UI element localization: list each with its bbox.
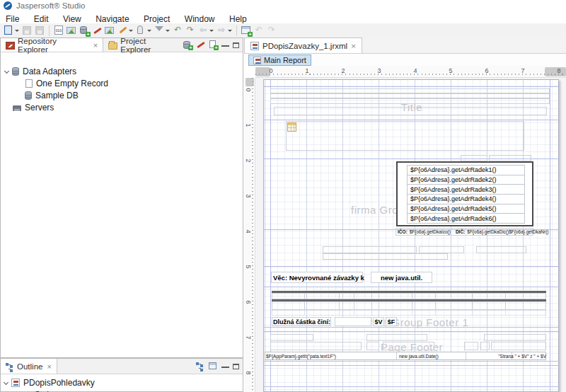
amount-variable-field[interactable]: $V [373,317,384,326]
report-element[interactable] [323,246,417,253]
address-line-field[interactable]: $P{o6Adresa}.getAdrRadek1() [407,165,525,175]
address-line-field[interactable]: $P{o6Adresa}.getAdrRadek6() [407,213,525,224]
tab-project-explorer[interactable]: Project Explorer [103,38,183,52]
report-element[interactable] [270,342,362,350]
ico-dic-row[interactable]: IČO: $F{o6a}.getDkaIco() DIČ: $F{o6a}.ge… [395,228,533,236]
report-element[interactable] [383,342,434,350]
filter-tool-icon[interactable] [154,25,165,36]
new-data-adapter-icon[interactable]: + [79,25,90,36]
report-element[interactable] [419,246,464,253]
report-element[interactable] [484,334,546,341]
tree-item-data-adapters[interactable]: Data Adapters [5,65,76,77]
tree-item-sample-db[interactable]: Sample DB [25,89,79,101]
vertical-ruler[interactable]: 0 1 2 3 4 5 6 7 8 [244,78,255,392]
ico-value-field[interactable]: $F{o6a}.getDkaIco() [410,229,451,234]
compile-report-icon[interactable] [117,25,128,36]
report-element[interactable] [270,334,313,341]
new-report-wizard-icon[interactable] [3,25,14,36]
close-tab-icon[interactable]: × [47,362,51,371]
tree-item-report-root[interactable]: PDopisPohledavky [4,376,95,388]
tree-item-servers[interactable]: Servers [13,101,54,113]
tab-repository-explorer[interactable]: Repository Explorer × [1,38,103,52]
footer-text-row[interactable]: $P{AppParam}.getIt("pata.text1F") new ja… [265,352,546,360]
maximize-panel-icon[interactable] [233,364,239,369]
dic-value-field[interactable]: $F{o6a}.getDkaDic() [467,229,509,234]
save-all-icon[interactable] [34,25,45,36]
refresh-forward-icon[interactable]: ↷ [266,25,277,36]
footer-date-field[interactable]: new java.util.Date() [399,354,439,359]
tab-main-report[interactable]: Main Report [248,54,311,66]
address-line-field[interactable]: $P{o6Adresa}.getAdrRadek5() [407,204,525,214]
subject-value-field[interactable]: new java.util. [371,272,432,283]
chevron-down-icon[interactable] [4,69,9,74]
table-detail-row[interactable] [272,301,546,310]
refresh-back-icon[interactable]: ↶ [253,25,265,36]
subject-label-element[interactable]: Věc: Nevyrovnané závazky k [271,272,363,283]
report-element[interactable] [461,155,487,161]
close-editor-icon[interactable]: × [351,42,356,50]
tree-view-mode-icon[interactable] [196,362,205,371]
amount-label-element[interactable]: Dlužná částka činí: [272,317,331,326]
report-element[interactable] [489,155,531,161]
minimize-panel-icon[interactable] [221,367,229,369]
horizontal-ruler[interactable]: 0 1 2 3 4 5 6 7 8 [255,66,566,78]
table-header-row[interactable] [272,293,546,299]
report-element[interactable] [464,342,478,350]
report-page[interactable]: Title firma Group Header 1 $P{o6Adresa}.… [263,79,559,392]
footer-left-field[interactable]: $P{AppParam}.getIt("pata.text1F") [266,354,336,359]
report-element[interactable] [491,342,546,350]
report-element[interactable] [323,253,448,260]
tree-item-one-empty-record[interactable]: One Empty Record [25,77,108,89]
report-element[interactable] [274,107,547,115]
forward-icon[interactable]: ⇨ [216,25,227,36]
minimize-panel-icon[interactable] [221,45,229,47]
tab-jrxml-editor[interactable]: PDopisZavazky_1.jrxml × [244,38,362,53]
tree-item-styles[interactable]: Styles [16,388,58,392]
close-tab-icon[interactable]: × [93,41,98,50]
footer-page-field[interactable]: "Strana " + $V" z " + $V [498,354,546,359]
back-dropdown-icon[interactable] [209,30,214,32]
field-tool-dropdown-icon[interactable] [147,30,151,32]
compile-dropdown-icon[interactable] [129,30,133,32]
binary-datasource-icon[interactable]: 010 [53,25,64,36]
maximize-panel-icon[interactable] [233,42,239,48]
report-element[interactable] [366,334,427,341]
address-line-field[interactable]: $P{o6Adresa}.getAdrRadek4() [407,194,525,204]
report-element[interactable] [480,342,490,350]
publish-report-icon[interactable] [66,25,77,36]
outline-panel: Outline × PDopisPohledavky Styles [0,358,243,392]
new-file-icon[interactable]: + [209,40,218,50]
redo-icon[interactable]: ↷ [185,25,196,36]
package-view-icon[interactable] [209,362,218,371]
open-new-window-icon[interactable]: + [241,25,252,36]
ruler-number: 7 [245,335,252,339]
forward-dropdown-icon[interactable] [228,30,232,32]
back-icon[interactable]: ⇦ [197,25,209,36]
address-lines-box[interactable]: $P{o6Adresa}.getAdrRadek1() $P{o6Adresa}… [407,166,525,224]
amount-field[interactable]: $F [386,317,397,326]
report-element[interactable] [270,88,550,93]
add-data-adapter-icon[interactable]: + [183,40,192,50]
edit-style-icon[interactable] [91,25,103,36]
tab-outline[interactable]: Outline × [1,359,57,374]
report-element[interactable] [335,317,371,326]
report-element[interactable] [476,246,526,253]
explorer-tabbar: Repository Explorer × Project Explorer +… [1,38,243,52]
new-report-dropdown-icon[interactable] [15,30,19,32]
address-line-field[interactable]: $P{o6Adresa}.getAdrRadek2() [407,175,525,185]
image-element-icon[interactable] [104,25,115,36]
filter-tool-dropdown-icon[interactable] [166,30,170,32]
report-element[interactable] [270,93,550,98]
table-detail-row[interactable] [272,310,546,316]
undo-icon[interactable]: ↶ [172,25,183,36]
frame-element[interactable] [286,121,524,151]
design-canvas[interactable]: Title firma Group Header 1 $P{o6Adresa}.… [255,78,566,392]
nr-value-field[interactable]: $F{o6a}.getDkaNr() [509,229,548,234]
link-wizard-icon[interactable] [196,40,205,50]
report-element[interactable] [270,98,550,104]
report-element[interactable] [366,342,379,350]
save-icon[interactable] [21,25,33,36]
address-line-field[interactable]: $P{o6Adresa}.getAdrRadek3() [407,184,525,195]
field-tool-icon[interactable] [135,25,146,36]
chevron-down-icon[interactable] [4,380,8,385]
